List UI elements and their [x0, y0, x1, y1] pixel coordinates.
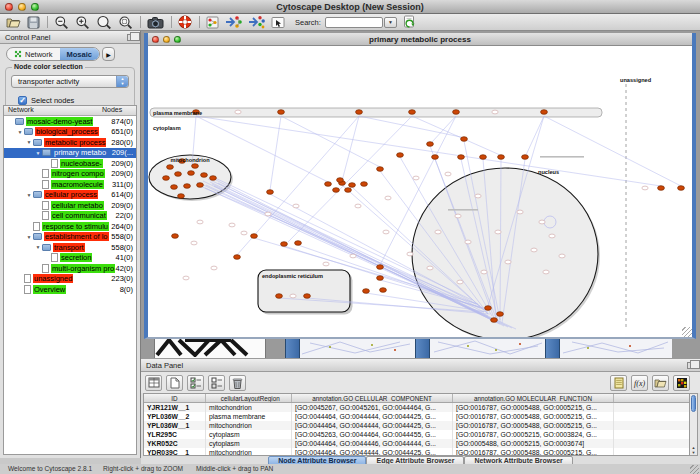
- zoom-in-icon[interactable]: [75, 14, 90, 30]
- network-node[interactable]: [241, 231, 247, 235]
- network-node-selected-function[interactable]: [427, 142, 434, 147]
- float-panel-icon[interactable]: [687, 362, 695, 369]
- tree-row[interactable]: nucleobase-209(0): [4, 158, 136, 169]
- tree-row[interactable]: Overview8(0): [4, 284, 136, 295]
- help-lifering-icon[interactable]: [178, 14, 192, 30]
- network-node-selected-function[interactable]: [458, 155, 465, 160]
- network-node[interactable]: [197, 220, 203, 224]
- window-resize-grip[interactable]: [690, 465, 699, 474]
- attribute-table-header[interactable]: ID_cellularLayoutRegionannotation.GO CEL…: [144, 394, 697, 403]
- network-node[interactable]: [481, 270, 487, 274]
- network-node-selected-function[interactable]: [377, 265, 384, 270]
- region-plasma-membrane[interactable]: [150, 108, 602, 117]
- annotation-notepad-icon[interactable]: [610, 375, 627, 391]
- tab-mosaic[interactable]: Mosaic: [60, 48, 99, 60]
- tree-row[interactable]: mosaic-demo-yeast874(0): [4, 116, 136, 127]
- network-node[interactable]: [211, 266, 217, 270]
- column-header[interactable]: ID: [144, 394, 206, 402]
- network-node-selected-function[interactable]: [678, 186, 685, 191]
- network-node-selected-function[interactable]: [192, 164, 199, 169]
- background-window-sliver[interactable]: [560, 337, 672, 358]
- edge[interactable]: [412, 116, 500, 155]
- expander-icon[interactable]: ▼: [16, 129, 24, 135]
- network-node-selected-function[interactable]: [304, 294, 311, 299]
- window-edge[interactable]: [285, 337, 300, 358]
- network-node[interactable]: [457, 280, 463, 284]
- network-node-selected-function[interactable]: [498, 155, 505, 160]
- network-node-selected-function[interactable]: [234, 255, 241, 260]
- network-node-selected-function[interactable]: [380, 288, 387, 293]
- tree-row[interactable]: nitrogen compo209(0): [4, 169, 136, 180]
- expander-icon[interactable]: ▼: [25, 139, 33, 145]
- network-node-selected-function[interactable]: [485, 306, 492, 311]
- window-edge[interactable]: [415, 337, 430, 358]
- window-resize-grip[interactable]: [682, 327, 692, 337]
- network-node-selected-function[interactable]: [491, 318, 498, 323]
- region-nucleus[interactable]: [412, 168, 598, 337]
- tree-row[interactable]: ▼cellular process614(0): [4, 190, 136, 201]
- tree-row[interactable]: ▼transport558(0): [4, 242, 136, 253]
- network-node-selected-function[interactable]: [363, 289, 370, 294]
- node-color-dropdown[interactable]: transporter activity ▲▼: [11, 75, 129, 88]
- unselect-attributes-icon[interactable]: [208, 375, 225, 391]
- tab-network[interactable]: Network: [7, 48, 60, 60]
- tab-scroll-right-icon[interactable]: ▶: [102, 47, 115, 61]
- network-node-selected-function[interactable]: [397, 153, 404, 158]
- column-header[interactable]: annotation.GO CELLULAR_COMPONENT: [292, 394, 453, 402]
- network-node[interactable]: [505, 260, 511, 264]
- search-options-dropdown[interactable]: ▼: [384, 17, 397, 28]
- network-node[interactable]: [350, 254, 356, 258]
- open-session-icon[interactable]: [6, 14, 21, 30]
- network-node-selected-function[interactable]: [178, 194, 185, 199]
- select-nodes-checkbox[interactable]: ✓: [18, 96, 27, 105]
- delete-attributes-icon[interactable]: [229, 375, 246, 391]
- table-row[interactable]: YPL036W__2plasma membrane[GO:0044464, GO…: [144, 412, 697, 421]
- network-node[interactable]: [531, 248, 537, 252]
- tree-row[interactable]: ▼biological_process651(0): [4, 127, 136, 138]
- network-node-selected-function[interactable]: [267, 190, 274, 195]
- network-node[interactable]: [517, 210, 523, 214]
- network-node-selected-function[interactable]: [409, 110, 416, 115]
- network-node[interactable]: [455, 214, 461, 218]
- edge[interactable]: [288, 116, 412, 242]
- background-window-sliver[interactable]: [300, 337, 415, 358]
- network-node-selected-function[interactable]: [171, 185, 178, 190]
- select-attributes-icon[interactable]: [187, 375, 204, 391]
- network-node[interactable]: [235, 110, 241, 114]
- network-node-selected-function[interactable]: [522, 155, 529, 160]
- network-node[interactable]: [435, 230, 441, 234]
- network-node-selected-function[interactable]: [361, 182, 368, 187]
- network-node-selected-function[interactable]: [281, 242, 288, 247]
- network-node[interactable]: [290, 294, 296, 298]
- window-edge[interactable]: [545, 337, 560, 358]
- network-node[interactable]: [413, 176, 419, 180]
- network-node-selected-function[interactable]: [197, 183, 204, 188]
- network-node[interactable]: [407, 252, 413, 256]
- network-node[interactable]: [183, 276, 189, 280]
- network-node-selected-function[interactable]: [295, 241, 302, 246]
- network-node[interactable]: [355, 204, 361, 208]
- network-node-selected-function[interactable]: [175, 172, 182, 177]
- network-node[interactable]: [265, 212, 271, 216]
- background-window-sliver[interactable]: [154, 337, 266, 358]
- zoom-out-icon[interactable]: [54, 14, 69, 30]
- network-node-selected-function[interactable]: [172, 234, 179, 239]
- network-node-selected-function[interactable]: [201, 173, 208, 178]
- network-node-selected-function[interactable]: [188, 171, 195, 176]
- network-node-selected-function[interactable]: [337, 178, 344, 183]
- tree-row[interactable]: ▼metabolic process280(0): [4, 137, 136, 148]
- create-new-attribute-icon[interactable]: [166, 375, 183, 391]
- table-row[interactable]: YDR039C__1mitochondrion[GO:0044464, GO:0…: [144, 448, 697, 456]
- expander-icon[interactable]: ▼: [25, 234, 33, 240]
- network-node-selected-function[interactable]: [184, 184, 191, 189]
- network-node-selected-function[interactable]: [167, 165, 174, 170]
- network-node-selected-function[interactable]: [377, 276, 384, 281]
- network-node-selected-function[interactable]: [453, 110, 460, 115]
- import-network-table-icon[interactable]: [248, 14, 265, 30]
- zoom-selected-region-icon[interactable]: [118, 14, 133, 30]
- edge[interactable]: [544, 116, 681, 186]
- network-node[interactable]: [427, 266, 433, 270]
- annotation-icon[interactable]: [271, 14, 285, 30]
- search-input[interactable]: [325, 17, 383, 28]
- edge[interactable]: [359, 116, 461, 137]
